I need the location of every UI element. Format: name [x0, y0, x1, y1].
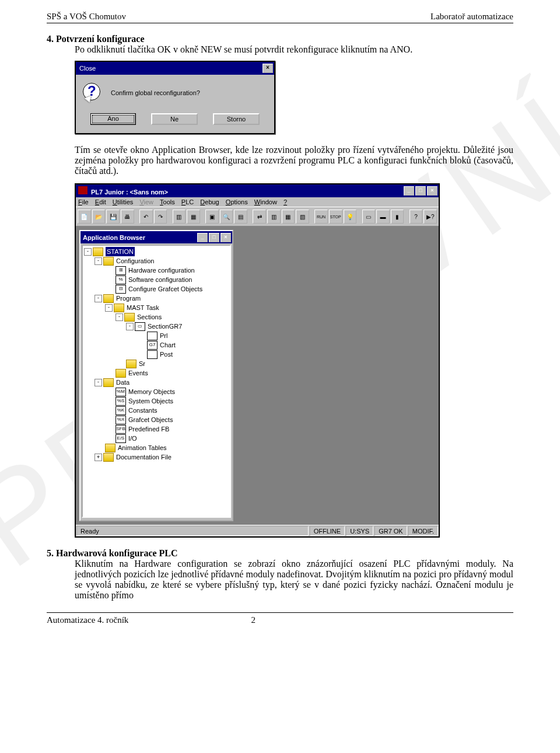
- app-icon: [78, 186, 88, 194]
- collapse-icon[interactable]: -: [84, 248, 92, 256]
- folder-icon: [124, 313, 135, 322]
- close-dialog: Close × ? Confirm global reconfiguration…: [75, 61, 275, 134]
- whatsthis-icon[interactable]: ▶?: [424, 210, 437, 224]
- collapse-icon[interactable]: -: [105, 304, 113, 312]
- print-icon[interactable]: 🖶: [121, 210, 134, 224]
- collapse-icon[interactable]: -: [116, 313, 123, 321]
- minimize-icon[interactable]: _: [197, 233, 208, 242]
- tilev-icon[interactable]: ▮: [391, 210, 404, 224]
- folder-icon: [103, 378, 114, 387]
- menu-debug[interactable]: Debug: [200, 198, 219, 205]
- open-icon[interactable]: 📂: [92, 210, 106, 224]
- menu-view[interactable]: View: [139, 198, 153, 205]
- stop-icon[interactable]: STOP: [329, 210, 342, 224]
- folder-icon: [114, 304, 124, 312]
- run-icon[interactable]: RUN: [314, 210, 328, 224]
- question-icon: ?: [82, 83, 102, 103]
- app-browser-window: Application Browser _ □ × -STATION -Conf…: [79, 230, 233, 521]
- save-icon[interactable]: 💾: [106, 210, 120, 224]
- status-usys: U:SYS: [346, 526, 373, 536]
- tree-constants[interactable]: Constants: [128, 406, 158, 415]
- page-header: SPŠ a VOŠ Chomutov Laboratoř automatizac…: [47, 12, 513, 23]
- help-icon[interactable]: ?: [410, 210, 423, 224]
- header-right: Laboratoř automatizace: [430, 12, 513, 22]
- section4-p1: Po odkliknutí tlačítka OK v okně NEW se …: [75, 44, 513, 55]
- expand-icon[interactable]: +: [94, 454, 102, 461]
- section5-p1: Kliknutím na Hardware configuration se z…: [75, 559, 513, 601]
- tool-icon[interactable]: ▣: [205, 210, 219, 224]
- tree-station[interactable]: STATION: [106, 247, 135, 256]
- tree-io[interactable]: I/O: [128, 434, 137, 443]
- tree-hwconfig[interactable]: Hardware configuration: [128, 266, 195, 275]
- folder-icon: [103, 453, 114, 462]
- new-icon[interactable]: 📄: [78, 210, 91, 224]
- cascade-icon[interactable]: ▭: [362, 210, 376, 224]
- folder-icon: [116, 369, 126, 378]
- tree-events[interactable]: Events: [128, 368, 148, 378]
- minimize-icon[interactable]: _: [404, 186, 414, 196]
- folder-icon: [93, 247, 103, 256]
- close-icon[interactable]: ×: [262, 64, 273, 73]
- collapse-icon[interactable]: -: [94, 257, 102, 265]
- menu-tools[interactable]: Tools: [160, 198, 175, 205]
- library-icon[interactable]: ▦: [187, 210, 200, 224]
- menu-utilities[interactable]: Utilities: [113, 198, 133, 205]
- tree-swconfig[interactable]: Software configuration: [128, 275, 192, 284]
- menu-file[interactable]: File: [78, 198, 89, 205]
- status-bar: Ready OFFLINE U:SYS GR7 OK MODIF.: [76, 525, 439, 536]
- menu-edit[interactable]: Edit: [95, 198, 106, 205]
- folder-icon: [103, 257, 114, 266]
- tree-post[interactable]: Post: [160, 350, 173, 359]
- cancel-button[interactable]: Storno: [213, 113, 260, 125]
- config-icon[interactable]: ▥: [173, 210, 186, 224]
- collapse-icon[interactable]: -: [94, 379, 102, 386]
- maximize-icon[interactable]: □: [209, 233, 219, 242]
- close-icon[interactable]: ×: [220, 233, 231, 242]
- collapse-icon[interactable]: -: [126, 323, 134, 330]
- section5-title: 5. Hardwarová konfigurace PLC: [47, 548, 513, 559]
- tree-grafcetobj[interactable]: Grafcet Objects: [128, 415, 173, 424]
- section4-p2: Tím se otevře okno Application Browser, …: [75, 145, 513, 176]
- menu-options[interactable]: Options: [226, 198, 248, 205]
- page-icon: [147, 350, 158, 359]
- redo-icon[interactable]: ↷: [154, 210, 167, 224]
- status-offline: OFFLINE: [310, 526, 345, 536]
- dialog-title: Close: [79, 65, 96, 72]
- menu-plc[interactable]: PLC: [181, 198, 194, 205]
- tree-documentation[interactable]: Documentation File: [116, 452, 172, 462]
- tree-chart[interactable]: Chart: [160, 340, 176, 350]
- transfer-icon[interactable]: ⇄: [253, 210, 266, 224]
- tree-system[interactable]: System Objects: [128, 396, 173, 406]
- tree-animation[interactable]: Animation Tables: [118, 443, 167, 452]
- tree-predefined[interactable]: Predefined FB: [128, 424, 169, 434]
- close-icon[interactable]: ×: [427, 186, 438, 196]
- no-button[interactable]: Ne: [151, 113, 198, 125]
- footer-page: 2: [251, 615, 256, 625]
- tree-mast[interactable]: MAST Task: [127, 303, 159, 312]
- tree-configuration[interactable]: Configuration: [116, 256, 154, 266]
- tree-data[interactable]: Data: [116, 378, 130, 387]
- tool-icon[interactable]: ▦: [282, 210, 295, 224]
- tree-program[interactable]: Program: [116, 294, 141, 303]
- menu-window[interactable]: Window: [254, 198, 277, 205]
- undo-icon[interactable]: ↶: [139, 210, 153, 224]
- tool-icon[interactable]: ▤: [234, 210, 247, 224]
- find-icon[interactable]: 🔍: [220, 210, 233, 224]
- page-icon: [147, 332, 158, 340]
- tree-grafcetcfg[interactable]: Configure Grafcet Objects: [128, 284, 202, 294]
- tool-icon[interactable]: ▧: [296, 210, 309, 224]
- anim-icon[interactable]: 💡: [344, 210, 357, 224]
- grafcet-icon: ⊟: [116, 285, 126, 294]
- tree-memory[interactable]: Memory Objects: [128, 387, 175, 396]
- collapse-icon[interactable]: -: [94, 295, 102, 302]
- yes-button[interactable]: Ano: [90, 113, 136, 125]
- chart-icon: G7: [147, 341, 158, 350]
- tree-sr[interactable]: Sr: [139, 359, 145, 368]
- tree-sectiongr7[interactable]: SectionGR7: [148, 322, 182, 331]
- tree-prl[interactable]: Prl: [160, 331, 167, 340]
- menu-help[interactable]: ?: [284, 198, 287, 205]
- tileh-icon[interactable]: ▬: [376, 210, 390, 224]
- tree-sections[interactable]: Sections: [137, 312, 162, 322]
- tool-icon[interactable]: ▥: [267, 210, 281, 224]
- maximize-icon[interactable]: □: [415, 186, 426, 196]
